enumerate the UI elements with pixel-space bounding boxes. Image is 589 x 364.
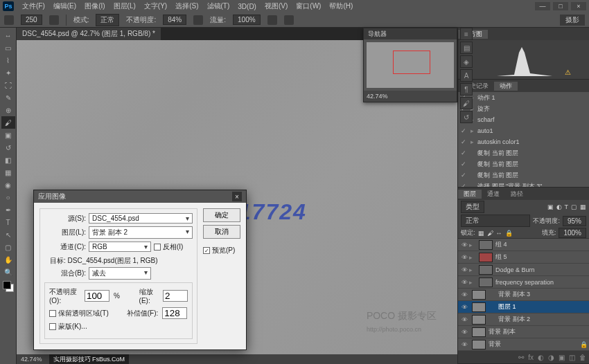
dock-icon-7[interactable]: ↺ [460, 111, 473, 123]
layer-item[interactable]: 👁图层 1 [458, 301, 589, 313]
action-item[interactable]: ✓▸动作 1 [458, 92, 589, 103]
visibility-icon[interactable]: 👁 [459, 254, 469, 261]
layer-item[interactable]: 👁▸组 4 [458, 239, 589, 251]
preserve-checkbox[interactable]: 保留透明区域(T) [49, 309, 109, 318]
menu-layer[interactable]: 图层(L) [114, 1, 136, 11]
visibility-icon[interactable]: 👁 [459, 316, 469, 323]
brush-preset-icon[interactable] [4, 15, 14, 25]
dock-icon-6[interactable]: 🖌 [460, 97, 473, 109]
lock-all-icon[interactable]: 🔒 [505, 230, 513, 237]
pressure-opacity-icon[interactable] [193, 15, 203, 25]
fill-value[interactable]: 100% [559, 228, 586, 238]
paths-tab[interactable]: 路径 [505, 190, 529, 199]
filter-type-icon[interactable]: T [565, 203, 569, 210]
menu-view[interactable]: 视图(V) [265, 1, 288, 11]
channel-select[interactable]: RGB [89, 242, 151, 252]
shape-tool[interactable]: ▢ [1, 241, 15, 253]
dock-icon-1[interactable]: ≡ [460, 28, 473, 40]
action-step[interactable]: ✓▸复制 当前 图层 [458, 170, 589, 181]
brush-size[interactable]: 250 [21, 15, 42, 25]
menu-image[interactable]: 图像(I) [85, 1, 105, 11]
channels-tab[interactable]: 通道 [482, 190, 505, 199]
visibility-icon[interactable]: 👁 [459, 279, 469, 286]
blend-select[interactable]: 减去 [89, 267, 151, 280]
layer-item[interactable]: 👁背景🔒 [458, 338, 589, 351]
flow-value[interactable]: 100% [233, 15, 261, 25]
type-tool[interactable]: T [1, 216, 15, 228]
filter-shape-icon[interactable]: ▢ [571, 203, 577, 210]
marquee-tool[interactable]: ▭ [1, 42, 15, 54]
visibility-icon[interactable]: 👁 [459, 266, 469, 273]
layer-item[interactable]: 👁背景 副本 [458, 326, 589, 338]
visibility-icon[interactable]: 👁 [459, 242, 469, 248]
offset-input[interactable] [162, 307, 187, 319]
action-step[interactable]: ✓▸选择 图层 "背景 副本 3" [458, 181, 589, 188]
layer-item[interactable]: 👁▸frequency separation [458, 276, 589, 289]
navigator-preview[interactable] [367, 42, 454, 88]
eraser-tool[interactable]: ◧ [1, 154, 15, 166]
navigator-zoom[interactable]: 42.74% [367, 93, 388, 100]
menu-edit[interactable]: 编辑(E) [53, 1, 76, 11]
filter-adj-icon[interactable]: ◐ [556, 203, 562, 210]
new-layer-icon[interactable]: ◫ [569, 354, 575, 361]
eyedropper-tool[interactable]: ✎ [1, 91, 15, 104]
menu-file[interactable]: 文件(F) [22, 1, 45, 11]
menu-filter[interactable]: 滤镜(T) [207, 1, 230, 11]
visibility-icon[interactable]: 👁 [459, 304, 469, 311]
gradient-tool[interactable]: ▦ [1, 166, 15, 179]
link-layers-icon[interactable]: ⚯ [518, 354, 524, 361]
source-select[interactable]: DSC_4554.psd [89, 213, 193, 224]
action-item[interactable]: ✓▸autoskin color1 [458, 136, 589, 147]
zoom-tool[interactable]: 🔍 [1, 266, 15, 278]
visibility-icon[interactable]: 👁 [459, 329, 469, 336]
dlg-opacity-input[interactable] [85, 290, 109, 302]
filter-smart-icon[interactable]: ▦ [580, 203, 586, 210]
brush-panel-icon[interactable] [49, 15, 59, 25]
invert-checkbox[interactable]: 反相(I) [154, 242, 183, 252]
blend-mode-select[interactable]: 正常 [96, 14, 119, 26]
ok-button[interactable]: 确定 [203, 208, 240, 222]
wand-tool[interactable]: ✦ [1, 66, 15, 79]
cancel-button[interactable]: 取消 [203, 225, 240, 239]
crop-tool[interactable]: ⛶ [1, 79, 15, 91]
hand-tool[interactable]: ✋ [1, 253, 15, 266]
workspace-switcher[interactable]: 摄影 [560, 15, 585, 26]
color-swatch[interactable] [3, 281, 14, 292]
lasso-tool[interactable]: ⌇ [1, 54, 15, 66]
move-tool[interactable]: ↔ [1, 29, 15, 42]
filter-image-icon[interactable]: ▣ [547, 203, 554, 210]
dialog-close[interactable]: × [232, 192, 242, 201]
layer-item[interactable]: 👁背景 副本 3 [458, 289, 589, 301]
pen-tool[interactable]: ✒ [1, 203, 15, 216]
action-item[interactable]: ✓▸旋齐 [458, 103, 589, 114]
lock-trans-icon[interactable]: ▦ [478, 230, 484, 237]
zoom-level[interactable]: 42.74% [17, 356, 46, 363]
history-brush-tool[interactable]: ↺ [1, 141, 15, 154]
menu-3d[interactable]: 3D(D) [238, 3, 256, 10]
layer-item[interactable]: 👁▸Dodge & Burn [458, 264, 589, 276]
brush-tool[interactable]: 🖌 [1, 116, 15, 129]
layers-tab[interactable]: 图层 [458, 190, 482, 199]
pressure-size-icon[interactable] [284, 15, 294, 25]
window-maximize[interactable]: □ [553, 2, 568, 10]
dodge-tool[interactable]: ○ [1, 191, 15, 203]
window-close[interactable]: × [571, 2, 586, 10]
dock-icon-5[interactable]: ¶ [460, 83, 473, 95]
action-item[interactable]: ✓▸scharf [458, 114, 589, 125]
path-tool[interactable]: ↖ [1, 228, 15, 241]
delete-layer-icon[interactable]: 🗑 [579, 354, 586, 361]
lock-pos-icon[interactable]: ↔ [496, 230, 502, 237]
menu-help[interactable]: 帮助(H) [329, 1, 353, 11]
layer-opacity[interactable]: 95% [563, 216, 586, 226]
layer-item[interactable]: 👁▸组 5 [458, 251, 589, 264]
blur-tool[interactable]: ◉ [1, 179, 15, 191]
action-step[interactable]: ✓▸复制 当前 图层 [458, 158, 589, 170]
layer-filter-kind[interactable]: 类型 [461, 201, 484, 213]
dock-icon-3[interactable]: ◈ [460, 55, 473, 68]
stamp-tool[interactable]: ▣ [1, 129, 15, 141]
dock-icon-2[interactable]: ▤ [460, 42, 473, 54]
heal-tool[interactable]: ⊕ [1, 104, 15, 116]
window-minimize[interactable]: — [535, 2, 550, 10]
blend-mode[interactable]: 正常 [461, 215, 530, 227]
preview-checkbox[interactable]: ✓预览(P) [203, 246, 240, 255]
